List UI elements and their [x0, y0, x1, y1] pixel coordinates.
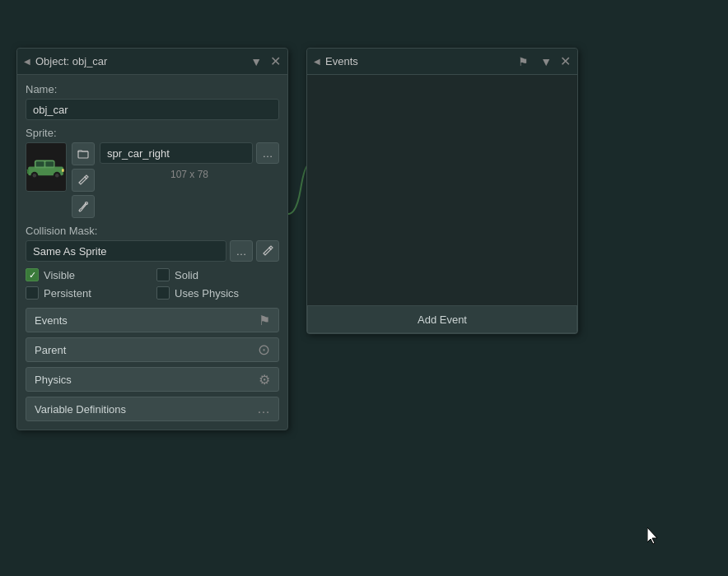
- object-panel-body: Name: Sprite:: [17, 75, 287, 430]
- events-panel-options-icon[interactable]: ▼: [537, 53, 555, 70]
- object-panel: ◀ Object: obj_car ▼ ✕ Name: Sprite:: [16, 48, 288, 430]
- solid-checkbox-item: Solid: [156, 268, 279, 281]
- uses-physics-checkbox-item: Uses Physics: [156, 286, 279, 300]
- panel-options-icon[interactable]: ▼: [247, 53, 265, 70]
- svg-rect-8: [62, 169, 64, 172]
- collision-mask-input[interactable]: [26, 240, 226, 262]
- solid-checkbox[interactable]: [156, 268, 170, 281]
- variable-definitions-label: Variable Definitions: [35, 403, 126, 416]
- sprite-name-input[interactable]: [100, 142, 253, 164]
- parent-icon: ⊙: [258, 341, 270, 359]
- name-row: Name:: [26, 83, 279, 120]
- edit-sprite-button[interactable]: [72, 169, 95, 192]
- folder-icon: [77, 148, 89, 160]
- events-panel-header: ◀ Events ⚑ ▼ ✕: [307, 49, 577, 75]
- sprite-section: Sprite:: [26, 127, 279, 218]
- variable-dots-icon: …: [257, 402, 270, 416]
- collision-edit-icon: [262, 245, 273, 257]
- add-event-button[interactable]: Add Event: [307, 305, 577, 333]
- visible-checkbox-item: Visible: [26, 268, 148, 281]
- object-panel-title: Object: obj_car: [35, 55, 242, 67]
- cursor: [647, 527, 660, 548]
- solid-label: Solid: [175, 269, 198, 281]
- svg-rect-3: [45, 161, 54, 166]
- svg-rect-10: [78, 151, 88, 158]
- paint-sprite-button[interactable]: [72, 195, 95, 218]
- events-panel-title: Events: [325, 55, 510, 67]
- sprite-name-row: …: [100, 142, 279, 164]
- sprite-size-label: 107 x 78: [100, 169, 279, 180]
- browse-sprite-button[interactable]: [72, 142, 95, 165]
- checkbox-grid: Visible Solid Persistent Uses Physics: [26, 268, 279, 300]
- events-flag-icon: ⚑: [259, 313, 270, 328]
- events-panel-close-icon[interactable]: ✕: [560, 55, 571, 68]
- mask-row: …: [26, 240, 279, 262]
- events-button-label: Events: [35, 314, 68, 327]
- persistent-label: Persistent: [44, 287, 91, 300]
- brush-icon: [77, 201, 89, 212]
- physics-gear-icon: ⚙: [259, 372, 270, 388]
- visible-label: Visible: [44, 269, 75, 281]
- events-content-area: [307, 75, 577, 305]
- sprite-controls: [72, 142, 95, 218]
- persistent-checkbox[interactable]: [26, 286, 39, 300]
- sprite-preview: [26, 142, 67, 192]
- sprite-label: Sprite:: [26, 127, 279, 139]
- persistent-checkbox-item: Persistent: [26, 286, 148, 300]
- svg-point-11: [86, 202, 88, 205]
- events-panel: ◀ Events ⚑ ▼ ✕ Add Event: [306, 48, 578, 334]
- svg-point-5: [33, 174, 36, 177]
- svg-point-7: [55, 174, 58, 177]
- object-panel-header: ◀ Object: obj_car ▼ ✕: [17, 49, 287, 75]
- collision-row: Collision Mask: …: [26, 225, 279, 262]
- events-button[interactable]: Events ⚑: [26, 308, 279, 332]
- svg-rect-2: [36, 161, 44, 166]
- physics-button[interactable]: Physics ⚙: [26, 367, 279, 392]
- visible-checkbox[interactable]: [26, 268, 39, 281]
- collision-dots-button[interactable]: …: [230, 240, 253, 262]
- uses-physics-checkbox[interactable]: [156, 286, 170, 300]
- parent-button-label: Parent: [35, 344, 66, 356]
- svg-rect-9: [27, 170, 29, 174]
- name-input[interactable]: [26, 99, 279, 120]
- pencil-icon: [77, 174, 89, 186]
- cursor-icon: [647, 527, 660, 546]
- sprite-dots-button[interactable]: …: [256, 142, 279, 164]
- variable-definitions-button[interactable]: Variable Definitions …: [26, 397, 279, 421]
- car-svg: [26, 146, 66, 188]
- parent-button[interactable]: Parent ⊙: [26, 337, 279, 362]
- sprite-preview-row: … 107 x 78: [26, 142, 279, 218]
- events-collapse-icon[interactable]: ◀: [314, 57, 320, 66]
- collision-label: Collision Mask:: [26, 225, 279, 237]
- object-panel-close-icon[interactable]: ✕: [270, 55, 281, 68]
- name-label: Name:: [26, 83, 279, 95]
- uses-physics-label: Uses Physics: [175, 287, 239, 300]
- sprite-name-section: … 107 x 78: [100, 142, 279, 180]
- collision-edit-button[interactable]: [256, 240, 279, 262]
- physics-button-label: Physics: [35, 374, 72, 386]
- collapse-arrow-icon[interactable]: ◀: [24, 57, 30, 66]
- events-flag-header-icon: ⚑: [515, 53, 532, 70]
